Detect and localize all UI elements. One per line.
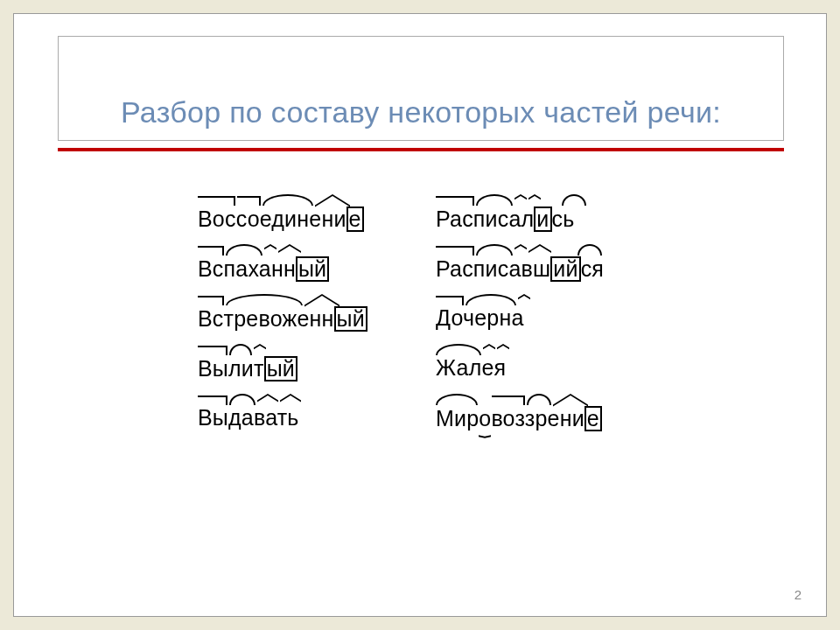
slide: Разбор по составу некоторых частей речи:… [13, 13, 827, 617]
slide-title: Разбор по составу некоторых частей речи: [121, 95, 721, 130]
word-text: Жалея [436, 355, 506, 380]
word-text: Дочерна [436, 305, 524, 330]
ending: ий [550, 256, 580, 282]
word: Вылитый [198, 356, 411, 382]
row: Выдавать Мировоззрение [198, 406, 644, 431]
divider [58, 148, 784, 151]
word: Расписались [436, 206, 644, 232]
ending: е [584, 406, 602, 431]
ending: и [534, 206, 551, 232]
row: Вспаханный Расписавшийся [198, 256, 644, 282]
title-box: Разбор по составу некоторых частей речи: [58, 36, 784, 141]
row: Встревоженный Дочерна [198, 306, 644, 332]
page-number: 2 [794, 587, 802, 602]
word: Дочерна [436, 306, 644, 332]
word: Воссоединение [198, 206, 411, 232]
word-text: Выдавать [198, 405, 299, 430]
word: Вспаханный [198, 256, 411, 282]
ending: е [346, 206, 364, 232]
word: Встревоженный [198, 306, 411, 332]
word: Расписавшийся [436, 256, 644, 282]
word: Мировоззрение [436, 406, 644, 431]
word: Выдавать [198, 406, 411, 431]
ending: ый [334, 306, 368, 332]
row: Воссоединение Расписались [198, 206, 644, 232]
row: Вылитый Жалея [198, 356, 644, 382]
ending: ый [296, 256, 329, 282]
ending: ый [264, 356, 298, 382]
word: Жалея [436, 356, 644, 382]
word-analysis-block: Воссоединение Расписались [198, 206, 644, 456]
